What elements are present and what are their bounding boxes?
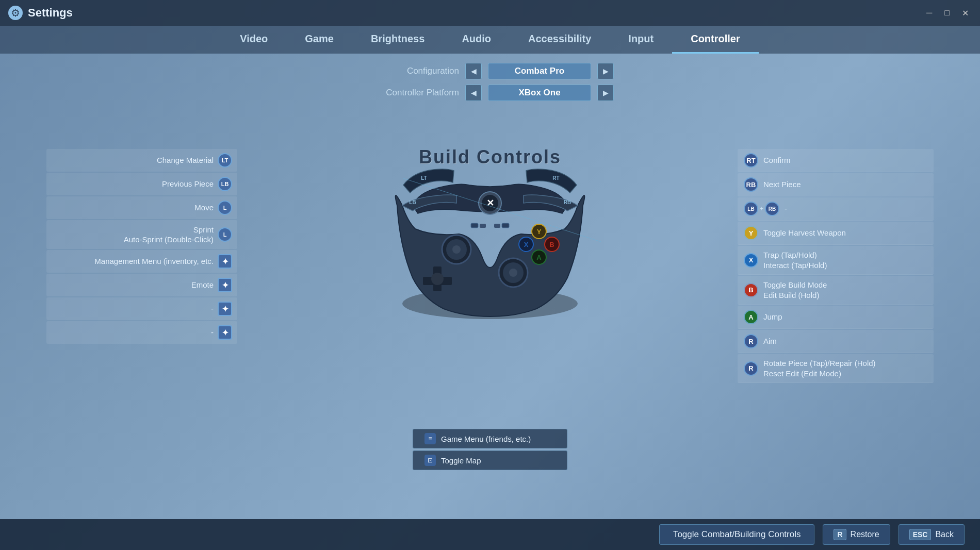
back-label: Back [935,530,954,539]
binding-change-material[interactable]: Change Material LT [46,149,237,172]
title-bar-left: ⚙ Settings [8,6,73,20]
svg-rect-28 [502,223,509,228]
toggle-controls-button[interactable]: Toggle Combat/Building Controls [659,524,815,545]
special-badge: ✦ [218,254,232,269]
a-badge: A [744,310,758,324]
binding-emote[interactable]: Emote ✦ [46,274,237,296]
lb-rb-combo: LB + RB [744,202,779,216]
config-next-button[interactable]: ▶ [597,63,614,79]
rt-badge: RT [744,153,758,168]
restore-button[interactable]: R Restore [823,524,890,545]
b-badge: B [744,283,758,297]
binding-label: Aim [763,336,777,346]
binding-label: Change Material [157,155,214,165]
lb-badge: LB [218,177,232,191]
main-content: Configuration ◀ Combat Pro ▶ Controller … [0,54,980,519]
binding-move[interactable]: Move L [46,196,237,219]
tab-brightness[interactable]: Brightness [352,26,443,54]
rb-badge-small: RB [765,202,779,216]
title-bar: ⚙ Settings ─ □ ✕ [0,0,980,26]
binding-label: SprintAuto-Sprint (Double-Click) [124,225,214,245]
svg-text:✕: ✕ [486,198,494,208]
y-badge: Y [744,226,758,240]
binding-aim[interactable]: R Aim [738,330,934,353]
config-section: Configuration ◀ Combat Pro ▶ Controller … [0,63,980,101]
binding-toggle-harvest[interactable]: Y Toggle Harvest Weapon [738,222,934,245]
tab-game[interactable]: Game [286,26,352,54]
tab-controller[interactable]: Controller [672,26,759,54]
close-button[interactable]: ✕ [959,7,972,19]
tab-accessibility[interactable]: Accessibility [510,26,610,54]
game-menu-label[interactable]: ≡ Game Menu (friends, etc.) [413,429,567,448]
config-row: Configuration ◀ Combat Pro ▶ [366,63,614,79]
binding-label: Confirm [763,155,791,165]
l-badge-sprint: L [218,227,232,242]
nav-bar: Video Game Brightness Audio Accessibilit… [0,26,980,54]
platform-label: Controller Platform [366,88,459,98]
restore-key: R [834,529,846,540]
settings-gear-icon: ⚙ [8,6,23,20]
binding-label: Previous Piece [162,179,214,189]
toggle-map-label[interactable]: ⊡ Toggle Map [413,451,567,470]
maximize-button[interactable]: □ [941,7,953,19]
binding-label: Next Piece [763,179,801,190]
binding-rotate-piece[interactable]: R Rotate Piece (Tap)/Repair (Hold)Reset … [738,354,934,383]
svg-rect-22 [494,224,500,228]
binding-label: Toggle Build ModeEdit Build (Hold) [763,280,827,300]
controller-diagram: ✕ Y X B [361,134,619,340]
game-menu-text: Game Menu (friends, etc.) [441,435,531,443]
binding-label: Jump [763,312,782,322]
controller-svg: ✕ Y X B [361,134,619,329]
binding-label: Trap (Tap/Hold)Interact (Tap/Hold) [763,250,827,270]
platform-row: Controller Platform ◀ XBox One ▶ [366,85,614,101]
lb-badge-small: LB [744,202,758,216]
x-badge: X [744,253,758,268]
rb-badge: RB [744,177,758,192]
tab-video[interactable]: Video [221,26,286,54]
tab-input[interactable]: Input [610,26,672,54]
window-title: Settings [28,6,73,20]
svg-point-6 [452,245,461,254]
binding-next-piece[interactable]: RB Next Piece [738,173,934,196]
config-prev-button[interactable]: ◀ [465,63,482,79]
binding-management-menu[interactable]: Management Menu (inventory, etc. ✦ [46,250,237,273]
config-value: Combat Pro [488,63,591,79]
binding-label: - [211,327,214,338]
title-bar-controls: ─ □ ✕ [923,7,972,19]
platform-prev-button[interactable]: ◀ [465,85,482,101]
r-badge-rotate: R [744,361,758,376]
lt-badge: LT [218,153,232,168]
binding-label: Management Menu (inventory, etc. [94,256,214,266]
binding-label: Toggle Harvest Weapon [763,228,846,238]
svg-text:LB: LB [409,199,416,205]
toggle-map-text: Toggle Map [441,456,481,465]
bottom-labels: ≡ Game Menu (friends, etc.) ⊡ Toggle Map [413,429,567,470]
binding-jump[interactable]: A Jump [738,306,934,329]
tab-audio[interactable]: Audio [443,26,510,54]
binding-confirm[interactable]: RT Confirm [738,149,934,172]
binding-lb-rb[interactable]: LB + RB - [738,197,934,221]
config-label: Configuration [366,66,459,76]
left-bindings-panel: Change Material LT Previous Piece LB Mov… [46,149,237,344]
back-key: ESC [909,529,932,540]
binding-dash1[interactable]: - ✦ [46,297,237,320]
platform-next-button[interactable]: ▶ [597,85,614,101]
platform-value: XBox One [488,85,591,101]
binding-toggle-build[interactable]: B Toggle Build ModeEdit Build (Hold) [738,276,934,305]
back-button[interactable]: ESC Back [899,524,965,545]
svg-point-12 [431,273,444,285]
binding-trap[interactable]: X Trap (Tap/Hold)Interact (Tap/Hold) [738,246,934,275]
svg-text:Y: Y [537,228,542,236]
binding-previous-piece[interactable]: Previous Piece LB [46,173,237,195]
svg-point-9 [509,269,517,277]
svg-text:B: B [549,241,554,248]
r-badge: R [744,334,758,348]
svg-rect-27 [471,223,478,228]
bottom-bar: Toggle Combat/Building Controls R Restor… [0,519,980,550]
binding-label: - [211,304,214,314]
binding-label: Move [194,203,214,213]
minimize-button[interactable]: ─ [923,7,935,19]
svg-text:RB: RB [564,199,571,205]
binding-dash2[interactable]: - ✦ [46,321,237,344]
binding-sprint[interactable]: SprintAuto-Sprint (Double-Click) L [46,220,237,249]
